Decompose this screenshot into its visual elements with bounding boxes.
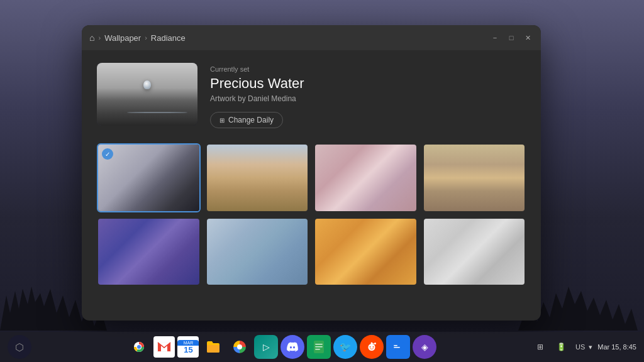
svg-rect-6: [315, 344, 323, 345]
app-discord[interactable]: [280, 335, 304, 359]
artwork-credit: Artwork by Daniel Medina: [210, 94, 526, 103]
calendar-day: 15: [184, 346, 192, 354]
app-meet[interactable]: ▷: [254, 335, 278, 359]
wallpaper-thumb-4[interactable]: [423, 143, 526, 212]
thumb-image-7: [315, 219, 416, 285]
app-files[interactable]: [201, 335, 225, 359]
docs-icon: [313, 340, 325, 354]
breadcrumb: ⌂ › Wallpaper › Radiance: [89, 33, 186, 43]
thumb-image-8: [424, 219, 525, 285]
app-unknown[interactable]: ◈: [413, 335, 436, 359]
files-icon: [206, 339, 221, 354]
thumb-image-1: [98, 145, 199, 211]
discord-icon: [286, 341, 299, 353]
wallpaper-thumb-6[interactable]: [206, 217, 309, 287]
wallpaper-thumb-2[interactable]: [206, 143, 309, 212]
wallpaper-thumb-8[interactable]: [423, 217, 526, 287]
thumb-image-6: [207, 219, 308, 285]
preview-inner: [97, 63, 197, 126]
breadcrumb-wallpaper[interactable]: Wallpaper: [104, 33, 141, 43]
thumb-image-3: [315, 145, 416, 211]
maximize-button[interactable]: □: [506, 32, 517, 43]
chat-icon: [391, 340, 405, 354]
currently-set-label: Currently set: [210, 65, 526, 73]
wallpaper-thumb-5[interactable]: [97, 217, 201, 287]
change-daily-label: Change Daily: [228, 116, 274, 124]
taskbar-date: Mar 15, 8:45: [597, 343, 636, 351]
thumb-image-5: [98, 219, 199, 285]
app-launcher[interactable]: ⬡: [8, 335, 31, 359]
svg-rect-17: [394, 345, 397, 346]
thumb-image-2: [207, 145, 308, 211]
wallpaper-thumb-1[interactable]: ✓: [97, 143, 201, 212]
gmail-icon: [157, 342, 171, 352]
water-drop-visual: [97, 63, 197, 126]
reddit-icon: [365, 340, 379, 354]
region-label: US: [575, 343, 585, 351]
wallpaper-title: Precious Water: [210, 75, 526, 92]
breadcrumb-home-icon[interactable]: ⌂: [89, 33, 94, 43]
taskbar-tray: ⊞ 🔋: [531, 338, 570, 356]
svg-point-11: [370, 346, 371, 348]
svg-point-15: [371, 343, 373, 344]
wallpaper-thumb-3[interactable]: [314, 143, 418, 212]
hero-section: Currently set Precious Water Artwork by …: [97, 63, 526, 128]
app-calendar[interactable]: MAR 15: [177, 336, 199, 358]
wallpaper-grid: ✓: [97, 143, 526, 286]
svg-point-2: [137, 345, 141, 349]
change-daily-button[interactable]: ⊞ Change Daily: [210, 112, 283, 128]
wallpaper-thumb-7[interactable]: [314, 217, 418, 287]
window-content: Currently set Precious Water Artwork by …: [82, 50, 541, 321]
wallpaper-window: ⌂ › Wallpaper › Radiance − □ ✕ Currently…: [82, 25, 541, 321]
window-controls: − □ ✕: [489, 32, 533, 43]
svg-rect-18: [394, 347, 400, 348]
photos-icon: [232, 339, 247, 354]
change-daily-icon: ⊞: [219, 117, 225, 124]
breadcrumb-radiance: Radiance: [151, 33, 186, 43]
app-gmail[interactable]: [153, 336, 175, 358]
app-chat[interactable]: [386, 335, 410, 359]
app-reddit[interactable]: [360, 335, 384, 359]
chrome-icon: [131, 339, 147, 355]
titlebar: ⌂ › Wallpaper › Radiance − □ ✕: [82, 25, 541, 50]
app-twitter[interactable]: 🐦: [333, 335, 357, 359]
tray-icon-1[interactable]: ⊞: [531, 338, 549, 356]
minimize-button[interactable]: −: [489, 32, 501, 43]
taskbar-left: ⬡: [8, 335, 33, 359]
taskbar-status[interactable]: US ▾: [575, 343, 592, 351]
tray-icon-battery[interactable]: 🔋: [553, 338, 570, 356]
svg-point-4: [237, 344, 242, 349]
thumb-image-4: [424, 145, 525, 211]
svg-rect-16: [392, 342, 404, 351]
breadcrumb-sep-2: ›: [145, 34, 147, 41]
taskbar-clock[interactable]: Mar 15, 8:45: [597, 343, 636, 351]
current-wallpaper-preview: [97, 63, 197, 126]
svg-point-10: [369, 344, 375, 351]
taskbar-right: ⊞ 🔋 US ▾ Mar 15, 8:45: [531, 338, 636, 356]
hero-info: Currently set Precious Water Artwork by …: [210, 63, 526, 128]
taskbar: ⬡ MAR 15: [0, 332, 644, 362]
app-docs[interactable]: [307, 335, 331, 359]
close-button[interactable]: ✕: [522, 32, 533, 43]
app-chrome[interactable]: [127, 335, 151, 359]
svg-rect-8: [315, 349, 320, 350]
svg-rect-7: [315, 346, 323, 348]
app-photos[interactable]: [228, 335, 252, 359]
wifi-icon: ▾: [589, 343, 592, 351]
breadcrumb-sep-1: ›: [98, 34, 101, 41]
svg-point-12: [373, 346, 374, 348]
selected-checkmark: ✓: [102, 148, 113, 160]
taskbar-apps: MAR 15 ▷: [127, 335, 436, 359]
